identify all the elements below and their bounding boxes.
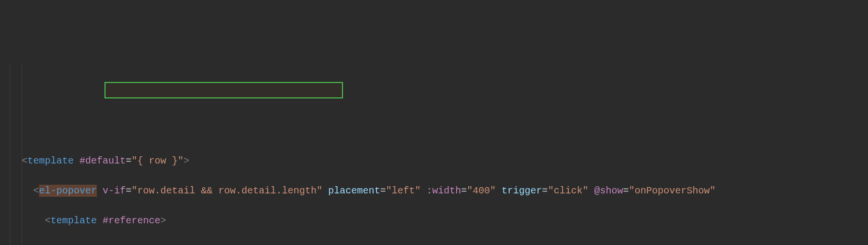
code-line[interactable]: <template #default="{ row }"> bbox=[0, 153, 868, 168]
code-line[interactable]: <template #reference> bbox=[0, 213, 868, 228]
code-editor[interactable]: <template #default="{ row }"> <el-popove… bbox=[0, 64, 868, 245]
code-line[interactable]: <el-popover v-if="row.detail && row.deta… bbox=[0, 183, 868, 198]
code-line[interactable]: <span class="theme-hover">查看</span> bbox=[0, 243, 868, 245]
highlight-rectangle bbox=[105, 82, 343, 98]
